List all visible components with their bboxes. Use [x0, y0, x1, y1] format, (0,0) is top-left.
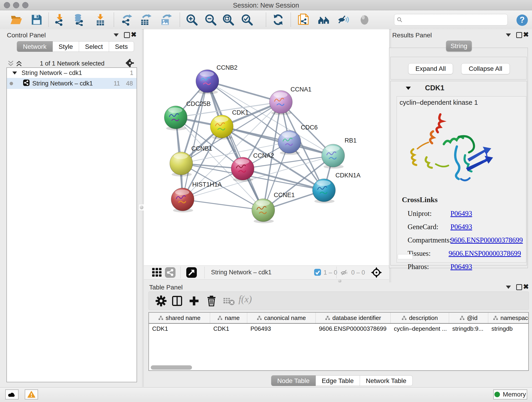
entry-description: cyclin–dependent kinase 1	[399, 99, 478, 106]
tab-string[interactable]: String	[446, 41, 472, 51]
refresh-icon[interactable]	[272, 13, 284, 26]
horizontal-splitter-handle[interactable]	[338, 279, 341, 283]
toolbar-separator	[114, 13, 114, 27]
memory-button[interactable]: Memory	[493, 389, 527, 400]
control-panel-title: Control Panel	[7, 32, 46, 39]
collapse-all-button[interactable]: Collapse All	[461, 63, 510, 74]
show-columns-icon[interactable]	[171, 295, 183, 307]
hide-unhide-icon[interactable]	[337, 13, 350, 26]
node-label-CCNE1: CCNE1	[274, 191, 295, 198]
network-item-row[interactable]: String Network – cdk1 11 48	[7, 78, 137, 89]
table-row[interactable]: CDK1CDK1P064939606.ENSP00000378699cyclin…	[149, 324, 528, 334]
network-type-icon	[23, 80, 30, 88]
table-panel-menu-icon[interactable]	[506, 286, 511, 289]
tab-sets[interactable]: Sets	[109, 41, 134, 52]
expand-all-chevron-icon[interactable]	[15, 60, 23, 68]
export-network-icon[interactable]	[120, 13, 133, 26]
results-panel-float-icon[interactable]	[516, 32, 522, 38]
fit-content-crosshair-icon[interactable]	[371, 267, 382, 279]
help-icon[interactable]: ?	[516, 14, 528, 26]
zoom-in-icon[interactable]	[186, 13, 198, 26]
network-options-gear-icon[interactable]	[126, 59, 134, 68]
column-header--id[interactable]: @id	[449, 313, 488, 323]
home-icon[interactable]	[318, 13, 330, 26]
collection-expand-triangle-icon[interactable]	[12, 71, 17, 75]
selected-checkbox-icon[interactable]	[314, 269, 321, 277]
results-panel-close-icon[interactable]: ✖	[523, 32, 529, 37]
tab-network-table[interactable]: Network Table	[360, 375, 413, 386]
table-horizontal-scrollbar[interactable]	[151, 365, 192, 370]
edge-HIST1H1A-CCNE1[interactable]	[183, 199, 263, 210]
zoom-fit-icon[interactable]	[222, 13, 234, 26]
results-panel-menu-icon[interactable]	[506, 33, 511, 37]
import-table-file-icon[interactable]	[94, 13, 107, 26]
export-image-icon[interactable]	[159, 13, 172, 26]
column-header-description[interactable]: description	[391, 313, 449, 323]
crosslink-value-link[interactable]: P06493	[450, 223, 472, 231]
crosslink-value-link[interactable]: 9606.ENSP00000378699	[449, 249, 521, 258]
crosslink-row: Tissues:9606.ENSP00000378699	[408, 249, 521, 258]
import-network-file-icon[interactable]	[53, 13, 66, 26]
cloud-icon	[7, 391, 16, 397]
crosslinks-rows: Uniprot:P06493GeneCard:P06493Compartment…	[402, 210, 521, 271]
entry-name: CDK1	[425, 84, 444, 92]
save-session-icon[interactable]	[31, 13, 43, 26]
export-table-icon[interactable]	[139, 13, 152, 26]
network-collection-row[interactable]: String Network – cdk1 1	[7, 68, 137, 78]
crosslink-value-link[interactable]: P06493	[450, 210, 472, 218]
column-header-namespace[interactable]: namespace	[488, 313, 529, 323]
edge-CCNB2-CCNE1[interactable]	[207, 81, 263, 210]
expand-all-button[interactable]: Expand All	[408, 63, 453, 74]
search-input[interactable]	[404, 16, 505, 24]
import-network-database-icon[interactable]	[73, 13, 85, 26]
edge-CDK1-RB1[interactable]	[222, 127, 333, 156]
network-canvas[interactable]: CCNB2CCNA1CDC25BCDK1CDC6RB1CCNB1CCNA2CDK…	[144, 29, 389, 265]
inactive-eye-icon[interactable]	[358, 13, 371, 26]
tab-edge-table[interactable]: Edge Table	[316, 375, 360, 386]
tab-style[interactable]: Style	[53, 41, 79, 52]
control-panel-float-icon[interactable]	[124, 32, 130, 38]
node-label-CCNA1: CCNA1	[291, 86, 312, 93]
window-title: Session: New Session	[0, 2, 532, 9]
table-toolbar: f(x)	[148, 292, 529, 310]
hidden-eye-icon[interactable]	[340, 268, 348, 278]
birdseye-view-icon[interactable]	[186, 267, 197, 279]
protein-structure-image	[404, 110, 511, 186]
crosslink-label: Pharos:	[408, 263, 450, 271]
table-body: CDK1CDK1P064939606.ENSP00000378699cyclin…	[149, 324, 528, 334]
control-panel-close-icon[interactable]: ✖	[131, 32, 137, 37]
column-header-canonical-name[interactable]: canonical name	[247, 313, 316, 323]
toolbar-separator	[48, 13, 49, 27]
delete-icon[interactable]	[206, 295, 217, 307]
collapse-all-chevron-icon[interactable]	[7, 60, 15, 68]
crosslink-value-link[interactable]: 9606.ENSP00000378699	[450, 236, 523, 244]
open-session-icon[interactable]	[10, 13, 22, 26]
grid-view-icon[interactable]	[152, 268, 162, 278]
zoom-selected-icon[interactable]	[241, 13, 253, 26]
table-panel-float-icon[interactable]	[516, 284, 522, 290]
tab-node-table[interactable]: Node Table	[271, 375, 316, 386]
table-gear-icon[interactable]	[155, 295, 167, 307]
tab-network[interactable]: Network	[17, 41, 53, 52]
function-builder-icon[interactable]: f(x)	[239, 294, 252, 305]
control-panel-menu-icon[interactable]	[114, 33, 119, 37]
add-icon[interactable]	[188, 295, 200, 307]
delete-table-icon[interactable]	[223, 295, 235, 307]
network-view-title: String Network – cdk1	[211, 269, 272, 276]
warning-button[interactable]	[25, 389, 38, 400]
new-network-from-file-icon[interactable]	[298, 13, 310, 26]
table-panel-title: Table Panel	[149, 284, 183, 291]
control-panel-tabs: NetworkStyleSelectSets	[17, 41, 134, 52]
node-label-CDC6: CDC6	[301, 124, 318, 131]
table-panel-close-icon[interactable]: ✖	[523, 284, 529, 289]
column-header-database-identifier[interactable]: database identifier	[316, 313, 391, 323]
column-header-name[interactable]: name	[210, 313, 247, 323]
cloud-button[interactable]	[5, 389, 19, 400]
zoom-out-icon[interactable]	[204, 13, 217, 26]
network-share-view-icon[interactable]	[165, 267, 176, 279]
entry-collapse-triangle-icon[interactable]	[406, 87, 411, 90]
tab-select[interactable]: Select	[79, 41, 109, 52]
crosslink-value-link[interactable]: P06493	[450, 263, 472, 271]
network-graph[interactable]: CCNB2CCNA1CDC25BCDK1CDC6RB1CCNB1CCNA2CDK…	[144, 29, 389, 265]
column-header-shared-name[interactable]: shared name	[149, 313, 210, 323]
